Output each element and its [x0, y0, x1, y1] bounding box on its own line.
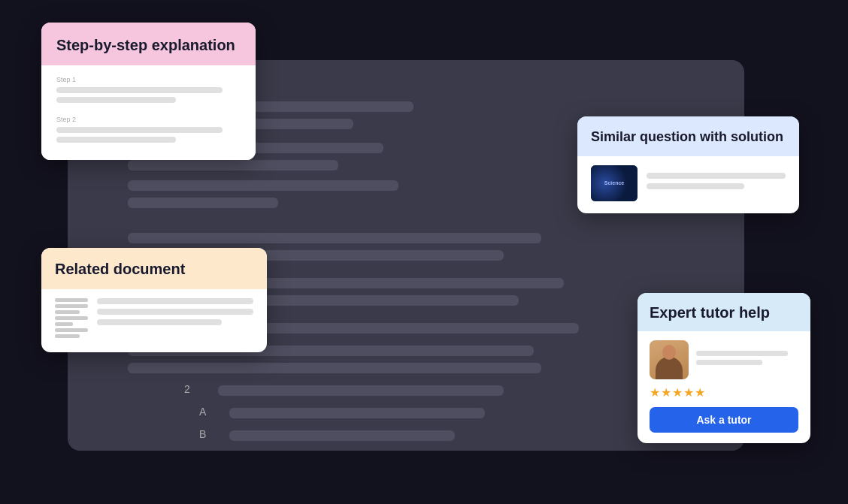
step-1-label: Step 1 [56, 76, 241, 83]
related-document-icon [55, 298, 88, 340]
related-document-card: Related document [41, 248, 267, 352]
letter-b: B [199, 428, 206, 440]
step-2-line-2 [56, 137, 176, 143]
step-by-step-body: Step 1 Step 2 [41, 65, 256, 160]
related-line-3 [97, 319, 222, 325]
step-by-step-header: Step-by-step explanation [41, 23, 256, 65]
similar-question-thumbnail: Science [591, 165, 638, 201]
similar-question-header: Similar question with solution [577, 116, 799, 156]
related-document-body [41, 289, 267, 352]
similar-question-title: Similar question with solution [591, 128, 786, 146]
related-line-1 [97, 298, 253, 304]
related-line-2 [97, 309, 253, 315]
expert-tutor-person [650, 340, 798, 379]
related-document-lines [97, 298, 253, 330]
similar-line-2 [647, 183, 744, 189]
similar-question-body: Science [577, 156, 799, 213]
step-2-line-1 [56, 127, 223, 133]
expert-tutor-card: Expert tutor help ★★★★★ Ask a tutor [638, 293, 810, 443]
expert-tutor-header: Expert tutor help [638, 293, 810, 331]
step-1-line-2 [56, 97, 176, 103]
expert-tutor-title: Expert tutor help [650, 303, 798, 322]
ask-tutor-button[interactable]: Ask a tutor [650, 407, 798, 433]
tutor-info-line-1 [696, 351, 788, 356]
similar-question-card: Similar question with solution Science [577, 116, 799, 213]
tutor-stars: ★★★★★ [650, 385, 798, 400]
expert-tutor-body: ★★★★★ Ask a tutor [638, 331, 810, 443]
tutor-info-line-2 [696, 360, 762, 365]
letter-a: A [199, 406, 206, 418]
step-1-line-1 [56, 87, 223, 93]
similar-line-1 [647, 173, 786, 179]
related-document-header: Related document [41, 248, 267, 289]
number-2: 2 [184, 383, 190, 395]
step-2-label: Step 2 [56, 116, 241, 123]
tutor-info-lines [696, 351, 798, 369]
tutor-avatar [650, 340, 689, 379]
step-by-step-title: Step-by-step explanation [56, 36, 241, 55]
similar-question-lines [647, 173, 786, 194]
step-by-step-card: Step-by-step explanation Step 1 Step 2 [41, 23, 256, 160]
related-document-title: Related document [55, 260, 253, 279]
